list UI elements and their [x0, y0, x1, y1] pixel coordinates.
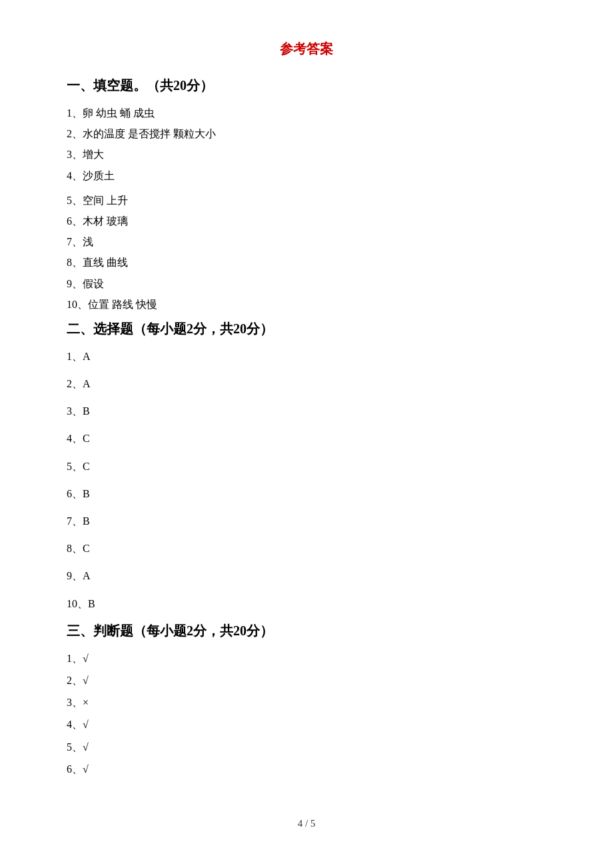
answer-1-5: 5、空间 上升	[67, 191, 546, 209]
answer-1-3: 3、增大	[67, 145, 546, 163]
answer-3-3: 3、×	[67, 693, 546, 711]
section3: 三、判断题（每小题2分，共20分） 1、√ 2、√ 3、× 4、√ 5、√ 6、…	[67, 622, 546, 778]
section2-header: 二、选择题（每小题2分，共20分）	[67, 320, 546, 338]
answer-2-2: 2、A	[67, 375, 546, 393]
section3-header: 三、判断题（每小题2分，共20分）	[67, 622, 546, 640]
answer-2-10: 10、B	[67, 595, 546, 613]
answer-1-6: 6、木材 玻璃	[67, 212, 546, 230]
answer-1-9: 9、假设	[67, 275, 546, 293]
answer-3-6: 6、√	[67, 760, 546, 778]
answer-1-2: 2、水的温度 是否搅拌 颗粒大小	[67, 125, 546, 143]
answer-3-5: 5、√	[67, 738, 546, 756]
page-title: 参考答案	[67, 40, 546, 58]
answer-2-7: 7、B	[67, 512, 546, 530]
answer-2-6: 6、B	[67, 485, 546, 503]
answer-3-2: 2、√	[67, 671, 546, 689]
section1: 一、填空题。（共20分） 1、卵 幼虫 蛹 成虫 2、水的温度 是否搅拌 颗粒大…	[67, 77, 546, 313]
section2: 二、选择题（每小题2分，共20分） 1、A 2、A 3、B 4、C 5、C 6、…	[67, 320, 546, 613]
answer-2-4: 4、C	[67, 429, 546, 447]
answer-1-10: 10、位置 路线 快慢	[67, 295, 546, 313]
answer-1-4: 4、沙质土	[67, 167, 546, 185]
answer-2-1: 1、A	[67, 347, 546, 365]
answer-2-3: 3、B	[67, 402, 546, 420]
answer-1-8: 8、直线 曲线	[67, 253, 546, 271]
page-footer: 4 / 5	[67, 818, 546, 829]
answer-2-5: 5、C	[67, 457, 546, 475]
answer-1-1: 1、卵 幼虫 蛹 成虫	[67, 104, 546, 122]
answer-3-4: 4、√	[67, 715, 546, 733]
answer-2-9: 9、A	[67, 567, 546, 585]
answer-2-8: 8、C	[67, 539, 546, 557]
section1-header: 一、填空题。（共20分）	[67, 77, 546, 95]
answer-3-1: 1、√	[67, 649, 546, 667]
answer-1-7: 7、浅	[67, 233, 546, 251]
